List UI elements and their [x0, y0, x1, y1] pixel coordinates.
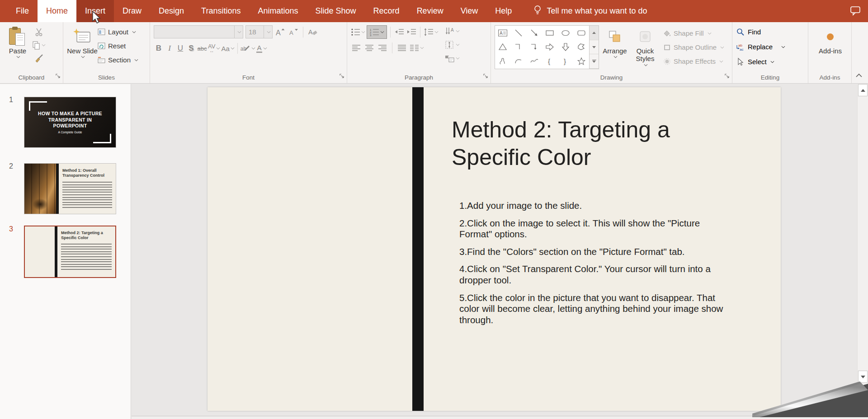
reset-button[interactable]: Reset [98, 39, 138, 52]
vertical-scrollbar[interactable] [857, 84, 868, 416]
increase-indent-button[interactable] [406, 26, 417, 38]
convert-to-smartart-button[interactable] [445, 52, 460, 64]
shape-scribble[interactable] [495, 54, 511, 69]
line-spacing-button[interactable] [424, 26, 439, 38]
font-name-combobox[interactable] [154, 25, 243, 38]
shape-oval[interactable] [558, 26, 574, 40]
select-button[interactable]: Select [736, 55, 785, 68]
font-color-button[interactable]: A [256, 42, 267, 54]
text-direction-button[interactable]: A [445, 25, 460, 37]
tab-design[interactable]: Design [150, 0, 193, 22]
layout-button[interactable]: Layout [98, 25, 138, 38]
character-spacing-button[interactable]: AV↔ [208, 42, 220, 54]
drawing-dialog-launcher[interactable] [725, 72, 730, 80]
tab-home[interactable]: Home [38, 0, 76, 22]
tab-draw[interactable]: Draw [114, 0, 150, 22]
tab-transitions[interactable]: Transitions [193, 0, 249, 22]
shape-star[interactable] [573, 54, 589, 69]
find-button[interactable]: Find [736, 25, 785, 38]
slide-editing-canvas[interactable]: Method 2: Targeting a Specific Color 1.A… [132, 84, 857, 416]
quick-styles-button[interactable]: Quick Styles [631, 25, 660, 67]
justify-button[interactable] [396, 42, 407, 54]
clipboard-dialog-launcher[interactable] [56, 72, 61, 80]
tab-review[interactable]: Review [408, 0, 452, 22]
shape-elbow-connector[interactable] [511, 40, 527, 55]
thumbnail-slide-1[interactable]: HOW TO MAKE A PICTURE TRANSPARENT IN POW… [24, 97, 116, 148]
cut-button[interactable] [32, 26, 46, 38]
tab-animations[interactable]: Animations [249, 0, 307, 22]
thumbnail-slide-3[interactable]: Method 2: Targeting a Specific Color [24, 226, 116, 278]
copy-button[interactable] [32, 39, 46, 51]
align-text-button[interactable] [445, 39, 460, 51]
collapse-ribbon-button[interactable] [855, 71, 863, 80]
paste-button[interactable]: Paste [4, 25, 32, 59]
decrease-font-size-button[interactable]: A [288, 26, 299, 38]
feedback-icon[interactable] [850, 6, 861, 18]
tab-help[interactable]: Help [486, 0, 520, 22]
columns-button[interactable] [410, 42, 424, 54]
increase-font-size-button[interactable]: A [275, 26, 286, 38]
slide-body-text[interactable]: 1.Add your image to the slide. 2.Click o… [459, 200, 733, 332]
shape-arrow[interactable] [526, 26, 542, 40]
shapes-scroll-down-button[interactable] [590, 40, 599, 55]
shape-left-brace[interactable]: { [542, 54, 558, 69]
shape-line[interactable] [511, 26, 527, 40]
next-slide-button[interactable] [858, 402, 868, 411]
scroll-up-button[interactable] [858, 84, 868, 96]
tab-file[interactable]: File [7, 0, 38, 22]
text-highlight-button[interactable]: ab [241, 42, 255, 54]
align-right-button[interactable] [377, 42, 388, 54]
replace-button[interactable]: abac Replace [736, 40, 785, 53]
slide-title[interactable]: Method 2: Targeting a Specific Color [452, 116, 712, 171]
arrange-button[interactable]: Arrange [601, 25, 629, 59]
shape-curve[interactable] [526, 54, 542, 69]
shape-down-arrow[interactable] [558, 40, 574, 55]
bold-button[interactable]: B [154, 44, 164, 53]
shapes-scroll-up-button[interactable] [590, 26, 599, 40]
addins-button[interactable]: Add-ins [815, 25, 846, 55]
shape-rounded-rectangle[interactable] [573, 26, 589, 40]
bullets-button[interactable] [351, 26, 365, 38]
tab-record[interactable]: Record [365, 0, 408, 22]
shape-elbow-arrow-connector[interactable] [526, 40, 542, 55]
thumbnail-number: 3 [9, 225, 13, 233]
italic-button[interactable]: I [165, 44, 175, 53]
select-label: Select [748, 58, 767, 66]
change-case-button[interactable]: Aa [221, 42, 234, 54]
text-shadow-button[interactable]: S [186, 44, 196, 53]
new-slide-button[interactable]: New Slide [67, 25, 98, 59]
font-dialog-launcher[interactable] [340, 72, 344, 80]
shape-triangle[interactable] [495, 40, 511, 55]
paragraph-dialog-launcher[interactable] [483, 72, 488, 80]
svg-text:A: A [500, 31, 503, 36]
align-center-button[interactable] [364, 42, 375, 54]
format-painter-button[interactable] [32, 52, 46, 64]
tell-me-box[interactable]: Tell me what you want to do [533, 0, 647, 22]
font-size-combobox[interactable]: 18 [245, 25, 273, 38]
align-left-button[interactable] [351, 42, 362, 54]
tab-view[interactable]: View [452, 0, 487, 22]
scroll-down-button[interactable] [858, 371, 868, 383]
numbering-button[interactable]: 123 [367, 25, 387, 39]
shape-right-arrow[interactable] [542, 40, 558, 55]
underline-button[interactable]: U [175, 44, 185, 53]
shape-text-box[interactable]: A [495, 26, 511, 40]
tab-slide-show[interactable]: Slide Show [307, 0, 365, 22]
clear-formatting-button[interactable]: A [307, 26, 318, 38]
align-left-icon [352, 43, 361, 52]
shape-arc[interactable] [511, 54, 527, 69]
previous-slide-button[interactable] [858, 385, 868, 394]
current-slide[interactable]: Method 2: Targeting a Specific Color 1.A… [208, 87, 781, 411]
strikethrough-button[interactable]: abc [197, 45, 207, 52]
decrease-indent-button[interactable] [394, 26, 405, 38]
shapes-more-button[interactable] [590, 54, 599, 69]
shape-effects-button[interactable]: Shape Effects [663, 55, 724, 68]
shape-freeform[interactable] [573, 40, 589, 55]
shape-outline-button[interactable]: Shape Outline [663, 41, 724, 54]
shape-right-brace[interactable]: } [558, 54, 574, 69]
shape-rectangle[interactable] [542, 26, 558, 40]
thumbnail-slide-2[interactable]: Method 1: Overall Transparency Control [24, 163, 116, 214]
shape-fill-button[interactable]: Shape Fill [663, 27, 724, 40]
section-button[interactable]: Section [98, 53, 138, 66]
copy-icon [32, 41, 41, 50]
